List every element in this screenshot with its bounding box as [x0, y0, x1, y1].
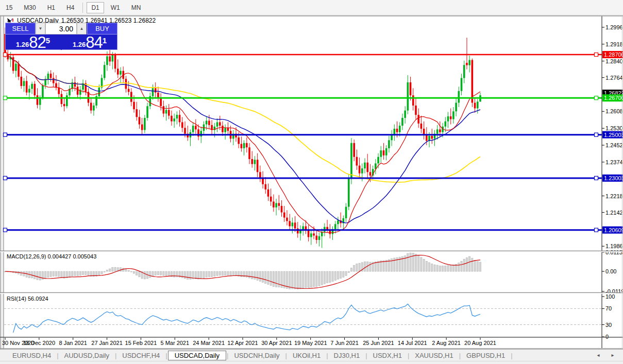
macd-histogram-bar [61, 271, 62, 278]
level-handle[interactable] [595, 53, 598, 57]
tab-usdcad-daily[interactable]: USDCAD,Daily [168, 351, 226, 360]
macd-histogram-bar [259, 271, 261, 281]
macd-histogram-bar [85, 271, 87, 274]
candle-body [144, 118, 146, 130]
macd-histogram-bar [168, 271, 170, 276]
level-handle[interactable] [595, 133, 598, 136]
rsi-axis-label: 100 [605, 293, 615, 300]
macd-histogram-bar [232, 271, 234, 275]
macd-histogram-bar [230, 271, 231, 275]
level-handle[interactable] [4, 133, 7, 136]
macd-histogram-bar [82, 271, 83, 275]
candle-body [241, 144, 243, 148]
candle-body [468, 60, 470, 65]
macd-axis-label: 0.00 [605, 268, 616, 274]
main-chart-svg[interactable]: 1.299601.291801.284001.276401.260801.253… [0, 0, 623, 364]
macd-histogram-bar [302, 271, 304, 288]
candle-body [275, 203, 277, 207]
candle-body [206, 120, 208, 124]
candle-body [200, 131, 202, 136]
sell-price[interactable]: 1.26825 [5, 34, 61, 50]
macd-histogram-bar [123, 268, 124, 271]
candle-body [227, 128, 229, 131]
candle-body [380, 150, 382, 157]
candle-body [308, 231, 310, 237]
macd-histogram-bar [98, 271, 100, 275]
candle-body [117, 68, 119, 74]
macd-histogram-bar [458, 263, 460, 271]
candle-body [366, 163, 368, 172]
candle-body [55, 83, 57, 88]
macd-histogram-bar [289, 271, 291, 289]
macd-histogram-bar [53, 271, 54, 276]
candle-body [383, 150, 385, 155]
macd-histogram-bar [308, 271, 309, 288]
tab-usdcnh-daily[interactable]: USDCNH,Daily [229, 351, 284, 360]
sell-price-prefix: 1.26 [16, 40, 29, 50]
macd-histogram-bar [72, 271, 73, 276]
candle-body [104, 65, 106, 78]
tab-eurusd-h4[interactable]: EURUSD,H4 [7, 351, 56, 360]
candle-body [270, 197, 272, 202]
candle-body [313, 233, 315, 235]
candle-body [420, 124, 423, 129]
level-handle[interactable] [595, 96, 598, 100]
macd-histogram-bar [276, 271, 277, 287]
macd-histogram-bar [334, 271, 336, 280]
sell-price-big: 82 [29, 36, 45, 50]
candle-body [63, 104, 65, 106]
tab-scroll-left-arrow[interactable]: ◂ [594, 352, 603, 358]
macd-histogram-bar [187, 271, 189, 279]
rsi-axis-label: 0 [605, 334, 609, 340]
volume-input[interactable]: 3.00 [45, 23, 77, 34]
level-handle[interactable] [4, 96, 7, 100]
macd-histogram-bar [174, 271, 175, 277]
level-handle[interactable] [4, 53, 7, 57]
candle-body [77, 86, 79, 95]
tab-usdx-h1[interactable]: USDX,H1 [368, 351, 407, 360]
macd-histogram-bar [26, 271, 27, 277]
candle-body [176, 115, 178, 118]
buy-button[interactable]: BUY [87, 23, 117, 34]
one-click-trade-panel: SELL ▼ 3.00 ▲ BUY 1.26825 1.26841 [5, 23, 117, 50]
tab-gbpusd-h1[interactable]: GBPUSD,H1 [461, 351, 510, 360]
level-handle[interactable] [4, 176, 7, 180]
candle-body [455, 103, 457, 112]
macd-histogram-bar [155, 271, 156, 275]
candle-body [452, 111, 454, 119]
buy-price[interactable]: 1.26841 [62, 34, 117, 50]
level-handle[interactable] [595, 228, 598, 232]
candle-body [37, 95, 39, 105]
tab-dj30-h1[interactable]: DJ30,H1 [329, 351, 365, 360]
candle-body [447, 116, 449, 122]
macd-histogram-bar [350, 268, 352, 272]
level-handle[interactable] [595, 176, 598, 180]
macd-histogram-bar [165, 271, 167, 275]
volume-increase-button[interactable]: ▲ [77, 23, 87, 34]
candle-body [33, 84, 36, 95]
macd-histogram-bar [278, 271, 280, 287]
macd-histogram-bar [316, 271, 317, 286]
sell-button[interactable]: SELL [5, 23, 36, 34]
volume-decrease-button[interactable]: ▼ [36, 23, 45, 34]
tab-ukoil-h1[interactable]: UKOil,H1 [288, 351, 326, 360]
macd-histogram-bar [47, 271, 49, 278]
candle-body [281, 206, 283, 213]
candle-body [128, 89, 130, 92]
macd-histogram-bar [184, 271, 186, 279]
candle-body [477, 101, 479, 108]
tab-audusd-daily[interactable]: AUDUSD,Daily [59, 351, 114, 360]
macd-histogram-bar [77, 271, 78, 276]
candle-body [399, 126, 401, 132]
tab-xauusd-h1[interactable]: XAUUSD,H1 [410, 351, 458, 360]
tab-scroll-right-arrow[interactable]: ▸ [608, 352, 617, 358]
price-axis-label: 1.26080 [605, 108, 623, 114]
macd-histogram-bar [190, 271, 191, 280]
macd-signal-line [5, 255, 480, 289]
macd-histogram-bar [415, 254, 416, 272]
tab-usdchf-h4[interactable]: USDCHF,H4 [117, 351, 165, 360]
level-handle[interactable] [4, 228, 7, 232]
candle-body [426, 135, 428, 141]
macd-histogram-bar [423, 259, 425, 271]
macd-histogram-bar [50, 271, 52, 276]
